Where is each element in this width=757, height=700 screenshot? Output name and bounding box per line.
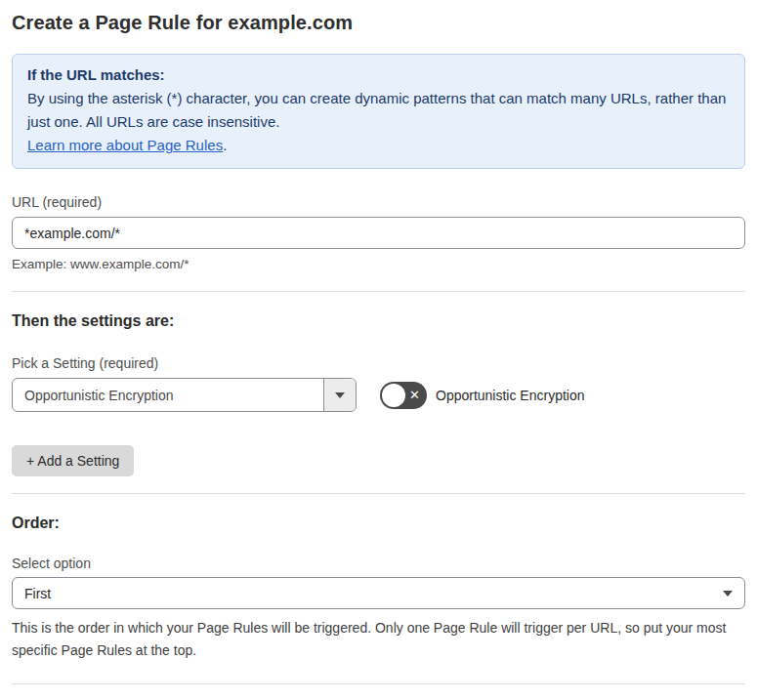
- setting-select[interactable]: Opportunistic Encryption: [12, 378, 357, 412]
- divider-settings-section: [12, 493, 745, 494]
- settings-section-heading: Then the settings are:: [12, 312, 745, 330]
- setting-toggle-group: ✕ Opportunistic Encryption: [380, 382, 585, 409]
- chevron-down-icon: [335, 392, 345, 398]
- toggle-label: Opportunistic Encryption: [436, 388, 585, 403]
- divider-footer: [12, 683, 745, 684]
- chevron-down-icon: [723, 591, 733, 597]
- divider-url-section: [12, 291, 745, 292]
- order-select[interactable]: First: [12, 577, 745, 609]
- order-help-text: This is the order in which your Page Rul…: [12, 617, 745, 662]
- setting-select-value: Opportunistic Encryption: [13, 379, 323, 411]
- url-field-label: URL (required): [12, 194, 745, 210]
- setting-select-arrow-button[interactable]: [323, 379, 356, 411]
- order-section-heading: Order:: [12, 515, 745, 532]
- page-title: Create a Page Rule for example.com: [12, 12, 745, 34]
- setting-row: Opportunistic Encryption ✕ Opportunistic…: [12, 378, 745, 412]
- order-select-value: First: [24, 586, 51, 601]
- link-suffix: .: [223, 137, 227, 153]
- order-select-wrap: First: [12, 577, 745, 609]
- setting-picker-label: Pick a Setting (required): [12, 355, 745, 371]
- info-box-heading: If the URL matches:: [27, 63, 730, 87]
- url-match-info-box: If the URL matches: By using the asteris…: [12, 54, 745, 169]
- info-box-body: By using the asterisk (*) character, you…: [27, 87, 730, 134]
- learn-more-link[interactable]: Learn more about Page Rules: [27, 137, 223, 153]
- toggle-knob: [382, 384, 405, 407]
- order-select-label: Select option: [12, 556, 745, 571]
- url-input[interactable]: [12, 217, 745, 249]
- opportunistic-encryption-toggle[interactable]: ✕: [380, 382, 427, 409]
- info-box-link-line: Learn more about Page Rules.: [27, 134, 730, 157]
- add-setting-button[interactable]: + Add a Setting: [12, 445, 134, 476]
- toggle-off-x-icon: ✕: [409, 389, 420, 401]
- url-example-text: Example: www.example.com/*: [12, 257, 745, 271]
